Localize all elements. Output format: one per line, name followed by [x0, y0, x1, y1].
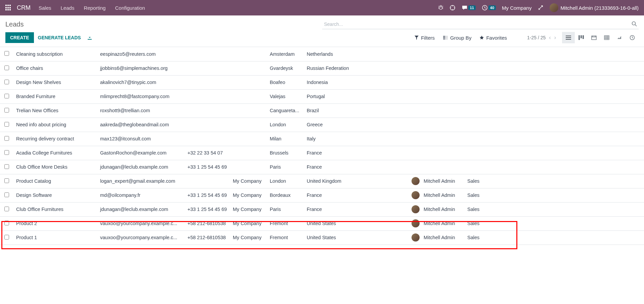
table-row[interactable]: Design Software md@oilcompany.fr +33 1 2… [0, 188, 644, 202]
cell-phone [185, 47, 230, 61]
row-checkbox[interactable] [4, 51, 9, 56]
cell-company [230, 47, 267, 61]
cell-salesperson [421, 75, 465, 89]
table-row[interactable]: Product 1 vauxoo@yourcompany.example.c..… [0, 230, 644, 245]
cell-avatar [412, 230, 421, 245]
row-checkbox[interactable] [4, 80, 9, 84]
row-checkbox[interactable] [4, 178, 9, 183]
row-checkbox[interactable] [4, 108, 9, 113]
pager: 1-25 / 25 ‹ › [527, 35, 556, 41]
cell-avatar [412, 61, 421, 75]
top-navbar: CRM Sales Leads Reporting Configuration … [0, 0, 644, 15]
import-icon[interactable] [87, 35, 92, 40]
row-checkbox[interactable] [4, 94, 9, 98]
row-checkbox[interactable] [4, 164, 9, 169]
cell-phone: +33 1 25 54 45 69 [185, 202, 230, 216]
search-input[interactable] [322, 19, 639, 29]
cell-city: Boafeo [267, 75, 304, 89]
cell-spacer [498, 160, 644, 174]
table-row[interactable]: Design New Shelves akalinovich7@tinypic.… [0, 75, 644, 89]
cell-company: My Company [230, 202, 267, 216]
row-checkbox[interactable] [4, 235, 9, 240]
cell-name: Branded Furniture [13, 89, 97, 103]
table-row[interactable]: Club Office More Desks jdunagan@leclub.e… [0, 160, 644, 174]
table-row[interactable]: Club Office Furnitures jdunagan@leclub.e… [0, 202, 644, 216]
cell-phone: +32 22 33 54 07 [185, 146, 230, 160]
cell-phone [185, 61, 230, 75]
cell-salesperson: Mitchell Admin [421, 188, 465, 202]
row-checkbox[interactable] [4, 122, 9, 127]
view-graph[interactable] [613, 32, 626, 43]
messages-icon[interactable]: 11 [462, 5, 476, 11]
cell-country: Italy [304, 132, 412, 146]
menu-sales[interactable]: Sales [39, 5, 51, 11]
app-brand[interactable]: CRM [17, 4, 31, 11]
cell-country: Russian Federation [304, 61, 412, 75]
search-icon[interactable] [631, 21, 637, 27]
menu-configuration[interactable]: Configuration [115, 5, 145, 11]
cell-spacer [498, 132, 644, 146]
table-row[interactable]: Acadia College Furnitures GastonRochon@e… [0, 146, 644, 160]
debug-icon[interactable] [438, 5, 443, 10]
cell-avatar [412, 89, 421, 103]
table-row[interactable]: Need info about pricing aakreda@theglobe… [0, 118, 644, 132]
table-row[interactable]: Recurring delivery contract max123@itcon… [0, 132, 644, 146]
view-pivot[interactable] [600, 32, 613, 43]
svg-rect-10 [604, 36, 609, 40]
cell-company [230, 75, 267, 89]
cell-spacer [498, 103, 644, 118]
tools-icon[interactable] [538, 5, 544, 11]
cell-spacer [498, 202, 644, 216]
cell-team [465, 118, 498, 132]
cell-spacer [498, 216, 644, 230]
table-row[interactable]: Office chairs jjobbins6@simplemachines.o… [0, 61, 644, 75]
row-checkbox[interactable] [4, 136, 9, 141]
cell-city: Paris [267, 202, 304, 216]
cell-spacer [498, 188, 644, 202]
view-kanban[interactable] [575, 32, 588, 43]
cell-email: jdunagan@leclub.example.com [97, 160, 185, 174]
table-row[interactable]: Product Catalog logan_expert@gmail.examp… [0, 174, 644, 188]
filters-button[interactable]: Filters [414, 35, 435, 41]
row-checkbox[interactable] [4, 192, 9, 197]
cell-name: Club Office Furnitures [13, 202, 97, 216]
apps-icon[interactable] [5, 5, 11, 11]
cell-company: My Company [230, 174, 267, 188]
svg-point-2 [632, 22, 636, 25]
table-row[interactable]: Product 2 vauxoo@yourcompany.example.c..… [0, 216, 644, 230]
menu-leads[interactable]: Leads [61, 5, 75, 11]
support-icon[interactable] [449, 5, 456, 11]
view-list[interactable] [562, 32, 575, 43]
row-checkbox[interactable] [4, 66, 9, 70]
row-checkbox[interactable] [4, 207, 9, 211]
menu-reporting[interactable]: Reporting [84, 5, 105, 11]
view-activity[interactable] [626, 32, 639, 43]
table-row[interactable]: Trelian New Offices roxshott9@trellian.c… [0, 103, 644, 118]
cell-name: Trelian New Offices [13, 103, 97, 118]
svg-rect-4 [566, 37, 571, 38]
cell-avatar [412, 118, 421, 132]
cell-email: akalinovich7@tinypic.com [97, 75, 185, 89]
view-switcher [562, 32, 639, 43]
activities-icon[interactable]: 40 [482, 5, 496, 11]
pager-next[interactable]: › [554, 35, 556, 41]
create-button[interactable]: CREATE [5, 32, 34, 43]
row-checkbox[interactable] [4, 150, 9, 155]
row-checkbox[interactable] [4, 221, 9, 225]
generate-leads-button[interactable]: GENERATE LEADS [38, 35, 81, 40]
cell-team: Sales [465, 202, 498, 216]
cell-spacer [498, 230, 644, 245]
cell-team [465, 47, 498, 61]
groupby-label: Group By [450, 35, 471, 41]
view-calendar[interactable] [588, 32, 600, 43]
groupby-button[interactable]: Group By [443, 35, 471, 41]
pager-value[interactable]: 1-25 / 25 [527, 35, 546, 40]
list-scroll[interactable]: Cleaning subscription eespinazo5@reuters… [0, 47, 644, 299]
favorites-button[interactable]: Favorites [479, 35, 507, 41]
table-row[interactable]: Cleaning subscription eespinazo5@reuters… [0, 47, 644, 61]
user-menu[interactable]: Mitchell Admin (21333693-16-0-all) [550, 3, 639, 12]
company-switcher[interactable]: My Company [502, 5, 531, 11]
cell-salesperson [421, 89, 465, 103]
pager-prev[interactable]: ‹ [549, 35, 551, 41]
table-row[interactable]: Branded Furniture mlimprecht8@fastcompan… [0, 89, 644, 103]
